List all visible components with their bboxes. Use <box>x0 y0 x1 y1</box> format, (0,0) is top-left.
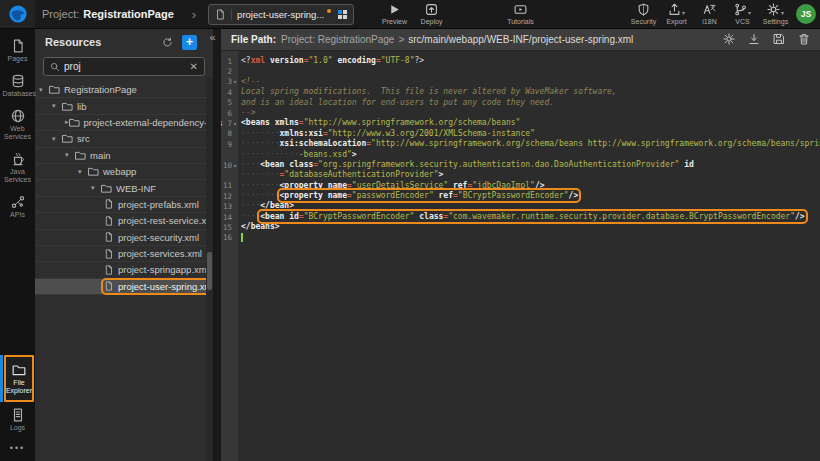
code-line[interactable]: ············-beans.xsd"> <box>241 150 820 160</box>
code-line[interactable]: ····<bean class="org.springframework.sec… <box>241 160 820 170</box>
caret-down-icon[interactable]: ▾ <box>78 168 88 176</box>
add-resource-button[interactable]: + <box>182 35 197 50</box>
tree-item-web-inf[interactable]: ▾WEB-INF <box>35 180 213 196</box>
action-vcs[interactable]: ▾VCS <box>729 3 756 25</box>
sidebar-item-databases[interactable]: Databases <box>0 68 35 103</box>
activity-bar: PagesDatabasesWeb ServicesJava ServicesA… <box>0 28 35 461</box>
editor-toolbar <box>723 33 810 45</box>
avatar[interactable]: JS <box>796 4 816 24</box>
grid-icon[interactable] <box>338 10 347 19</box>
code-line[interactable]: ········<property name="userDetailsServi… <box>241 181 820 191</box>
editor-save-icon[interactable] <box>773 33 785 45</box>
tree-item-project-services-xml[interactable]: project-services.xml <box>35 246 213 262</box>
gear-icon: ▾ <box>767 3 784 16</box>
code-line[interactable]: <!-- <box>241 77 820 87</box>
api-icon <box>11 195 25 209</box>
action-export[interactable]: ▾Export <box>663 3 690 25</box>
tree-item-registrationpage[interactable]: ▾RegistrationPage <box>35 82 213 98</box>
resource-search-box: ✕ <box>43 57 205 76</box>
more-options-button[interactable]: ••• <box>0 437 35 461</box>
resources-title: Resources <box>45 36 153 48</box>
chevron-down-icon: ▾ <box>682 10 685 16</box>
file-icon <box>104 232 114 242</box>
editor-download-icon[interactable] <box>748 33 760 45</box>
highlight-box: <bean id="BCryptPasswordEncoder" class="… <box>260 212 804 221</box>
tree-item-project-user-spring-xml[interactable]: project-user-spring.xml <box>35 279 213 295</box>
tree-item-src[interactable]: ▾src <box>35 131 213 147</box>
sidebar-item-web-services[interactable]: Web Services <box>0 103 35 146</box>
code-line[interactable] <box>241 66 820 76</box>
tree-item-project-external-dependency-jars[interactable]: ▸project-external-dependency-jars <box>35 115 213 131</box>
file-icon <box>104 249 114 259</box>
refresh-icon[interactable] <box>162 37 173 48</box>
tree-scrollbar[interactable] <box>206 78 213 461</box>
tree-item-project-security-xml[interactable]: project-security.xml <box>35 230 213 246</box>
sidebar-item-logs[interactable]: Logs <box>0 402 35 437</box>
code-line[interactable]: and is an ideal location for end-users t… <box>241 98 820 108</box>
code-line[interactable]: Local spring modifications. This file is… <box>241 87 820 97</box>
collapse-panel-button[interactable]: « <box>205 30 220 45</box>
tree-item-main[interactable]: ▾main <box>35 148 213 164</box>
code-editor[interactable]: 123▾4567▾8910▾111213141516 <?xml version… <box>221 51 820 461</box>
code-line[interactable] <box>241 233 820 243</box>
sidebar-item-file-explorer[interactable]: File Explorer <box>4 355 34 402</box>
action-label: Settings <box>763 18 788 25</box>
tree-item-label: webapp <box>103 166 136 177</box>
wavemaker-logo[interactable] <box>0 0 35 28</box>
sidebar-item-apis[interactable]: APIs <box>0 189 35 224</box>
caret-down-icon[interactable]: ▾ <box>39 86 49 94</box>
code-line[interactable]: ········<property name="passwordEncoder"… <box>241 191 820 201</box>
caret-down-icon[interactable]: ▾ <box>91 184 101 192</box>
code-line[interactable]: </beans> <box>241 222 820 232</box>
caret-down-icon[interactable]: ▾ <box>52 102 62 110</box>
action-deploy[interactable]: Deploy <box>418 3 445 25</box>
tree-item-project-rest-service-xml[interactable]: project-rest-service.xml <box>35 213 213 229</box>
file-path-label: File Path: <box>231 34 276 45</box>
action-security[interactable]: Security <box>630 3 657 25</box>
caret-down-icon[interactable]: ▾ <box>65 151 75 159</box>
tree-item-lib[interactable]: ▾lib <box>35 98 213 114</box>
file-icon <box>104 281 114 291</box>
chevron-down-icon: ▾ <box>781 10 784 16</box>
line-number: 16 <box>223 233 232 242</box>
editor-settings-icon[interactable] <box>723 33 735 45</box>
action-settings[interactable]: ▾Settings <box>762 3 789 25</box>
tab-label: project-user-spring... <box>237 9 324 20</box>
tree-item-webapp[interactable]: ▾webapp <box>35 164 213 180</box>
code-line[interactable]: ········xsi:schemaLocation="http://www.s… <box>241 139 820 149</box>
tree-item-label: src <box>77 133 90 144</box>
clear-search-icon[interactable]: ✕ <box>190 62 198 72</box>
tree-item-project-springapp-xml[interactable]: project-springapp.xml <box>35 262 213 278</box>
caret-down-icon[interactable]: ▾ <box>52 135 62 143</box>
text-cursor <box>241 233 243 242</box>
resources-header: Resources + <box>35 28 213 54</box>
code-content[interactable]: <?xml version="1.0" encoding="UTF-8"?><!… <box>238 51 820 461</box>
project-name: RegistrationPage <box>83 8 173 20</box>
editor-delete-icon[interactable] <box>798 33 810 45</box>
code-line[interactable]: ········="databaseAuthenticationProvider… <box>241 170 820 180</box>
gutter-line: 15 <box>221 222 238 232</box>
gutter-line: 8 <box>221 129 238 139</box>
code-line[interactable]: <?xml version="1.0" encoding="UTF-8"?> <box>241 56 820 66</box>
code-line[interactable]: ········xmlns:xsi="http://www.w3.org/200… <box>241 129 820 139</box>
action-preview[interactable]: Preview <box>381 3 408 25</box>
sidebar-item-java-services[interactable]: Java Services <box>0 146 35 189</box>
gutter-line: 10▾ <box>221 160 238 170</box>
action-label: Security <box>631 18 656 25</box>
code-line[interactable]: --> <box>241 108 820 118</box>
tree-item-project-prefabs-xml[interactable]: project-prefabs.xml <box>35 197 213 213</box>
sidebar-item-pages[interactable]: Pages <box>0 33 35 68</box>
code-line[interactable]: ····</bean> <box>241 201 820 211</box>
search-input[interactable] <box>64 61 186 72</box>
code-line[interactable]: ····<bean id="BCryptPasswordEncoder" cla… <box>241 212 820 222</box>
line-number: 11 <box>223 181 232 190</box>
sidebar-item-label: Java Services <box>3 168 33 184</box>
code-line[interactable]: <beans xmlns="http://www.springframework… <box>241 118 820 128</box>
tab-project-user-spring[interactable]: project-user-spring... <box>208 4 354 25</box>
action-tutorials[interactable]: Tutorials <box>507 3 534 25</box>
sidebar-item-label: APIs <box>3 211 33 219</box>
tree-scrollbar-thumb[interactable] <box>207 252 212 290</box>
action-i18n[interactable]: i18N <box>696 3 723 25</box>
highlight-box: <property name="passwordEncoder" ref="BC… <box>280 191 579 200</box>
line-number: 2 <box>227 67 232 76</box>
